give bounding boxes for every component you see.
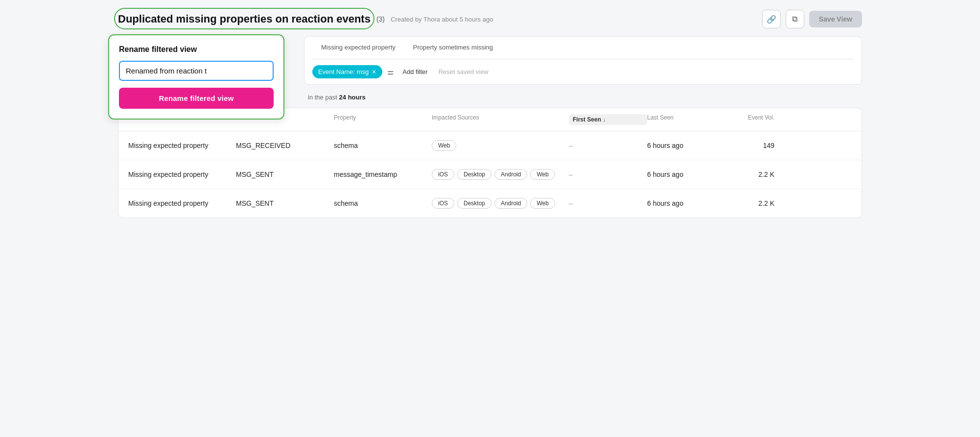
sort-arrow-icon: ↓ xyxy=(603,117,606,122)
td-issue-2: Missing expected property xyxy=(128,199,236,207)
source-badge-web-0: Web xyxy=(432,140,456,151)
td-event-1: MSG_SENT xyxy=(236,170,334,178)
table-row: Missing expected property MSG_SENT messa… xyxy=(118,160,862,189)
source-badge-android-1: Android xyxy=(494,169,527,180)
source-badge-web-1: Web xyxy=(530,169,555,180)
table-row: Missing expected property MSG_RECEIVED s… xyxy=(118,131,862,160)
link-icon: 🔗 xyxy=(767,15,776,24)
td-sources-2: iOS Desktop Android Web xyxy=(432,198,569,209)
data-table: Issue Event Property Impacted Sources Fi… xyxy=(118,108,862,218)
header-actions: 🔗 ⧉ Save View xyxy=(762,10,862,28)
td-event-vol-2: 2.2 K xyxy=(725,199,774,207)
header-title-wrap: Duplicated missing properties on reactio… xyxy=(118,13,493,25)
time-row: in the past 24 hours xyxy=(306,89,862,108)
rename-popup-title: Rename filtered view xyxy=(119,45,274,54)
table-row: Missing expected property MSG_SENT schem… xyxy=(118,189,862,218)
page-title: Duplicated missing properties on reactio… xyxy=(118,13,371,25)
chip-remove-icon[interactable]: ✕ xyxy=(372,69,376,75)
copy-icon: ⧉ xyxy=(792,15,797,24)
source-badge-desktop-1: Desktop xyxy=(457,169,491,180)
td-sources-0: Web xyxy=(432,140,569,151)
td-last-seen-1: 6 hours ago xyxy=(647,170,725,178)
filter-icon: ⚌ xyxy=(387,68,394,76)
source-badges-2: iOS Desktop Android Web xyxy=(432,198,569,209)
source-badges-0: Web xyxy=(432,140,569,151)
source-badge-desktop-2: Desktop xyxy=(457,198,491,209)
rename-popup: Rename filtered view Rename filtered vie… xyxy=(108,34,284,120)
th-event-vol: Event Vol. xyxy=(725,114,774,125)
td-event-2: MSG_SENT xyxy=(236,199,334,207)
filter-chip-event-name[interactable]: Event Name: msg ✕ xyxy=(312,65,382,78)
td-event-vol-1: 2.2 K xyxy=(725,170,774,178)
td-issue-0: Missing expected property xyxy=(128,142,236,149)
link-button[interactable]: 🔗 xyxy=(762,10,781,28)
copy-button[interactable]: ⧉ xyxy=(786,10,804,28)
filter-tabs: Missing expected property Property somet… xyxy=(312,37,854,59)
td-property-0: schema xyxy=(334,142,432,149)
th-impacted-sources: Impacted Sources xyxy=(432,114,569,125)
result-count: (3) xyxy=(376,15,385,23)
th-last-seen: Last Seen xyxy=(647,114,725,125)
source-badge-web-2: Web xyxy=(530,198,555,209)
source-badge-ios-1: iOS xyxy=(432,169,454,180)
header-meta: Created by Thora about 5 hours ago xyxy=(391,16,493,23)
tab-missing-expected-property[interactable]: Missing expected property xyxy=(312,37,404,59)
reset-saved-button: Reset saved view xyxy=(439,68,489,75)
save-view-button[interactable]: Save View xyxy=(809,11,862,27)
td-event-0: MSG_RECEIVED xyxy=(236,142,334,149)
source-badge-ios-2: iOS xyxy=(432,198,454,209)
rename-input[interactable] xyxy=(119,61,274,81)
header: Duplicated missing properties on reactio… xyxy=(118,10,862,28)
td-first-seen-2: – xyxy=(569,199,647,207)
td-first-seen-1: – xyxy=(569,170,647,178)
source-badges-1: iOS Desktop Android Web xyxy=(432,169,569,180)
add-filter-button[interactable]: Add filter xyxy=(398,65,431,78)
tab-property-sometimes-missing[interactable]: Property sometimes missing xyxy=(404,37,502,59)
td-last-seen-0: 6 hours ago xyxy=(647,142,725,149)
td-property-2: schema xyxy=(334,199,432,207)
td-property-1: message_timestamp xyxy=(334,170,432,178)
td-issue-1: Missing expected property xyxy=(128,170,236,178)
source-badge-android-2: Android xyxy=(494,198,527,209)
td-event-vol-0: 149 xyxy=(725,142,774,149)
th-property: Property xyxy=(334,114,432,125)
filter-chips-row: Event Name: msg ✕ ⚌ Add filter Reset sav… xyxy=(312,59,854,84)
filter-bar: Missing expected property Property somet… xyxy=(304,36,862,85)
td-last-seen-2: 6 hours ago xyxy=(647,199,725,207)
rename-submit-button[interactable]: Rename filtered view xyxy=(119,88,274,109)
td-first-seen-0: – xyxy=(569,142,647,149)
th-first-seen[interactable]: First Seen ↓ xyxy=(569,114,647,125)
page-wrapper: Duplicated missing properties on reactio… xyxy=(108,0,872,228)
td-sources-1: iOS Desktop Android Web xyxy=(432,169,569,180)
